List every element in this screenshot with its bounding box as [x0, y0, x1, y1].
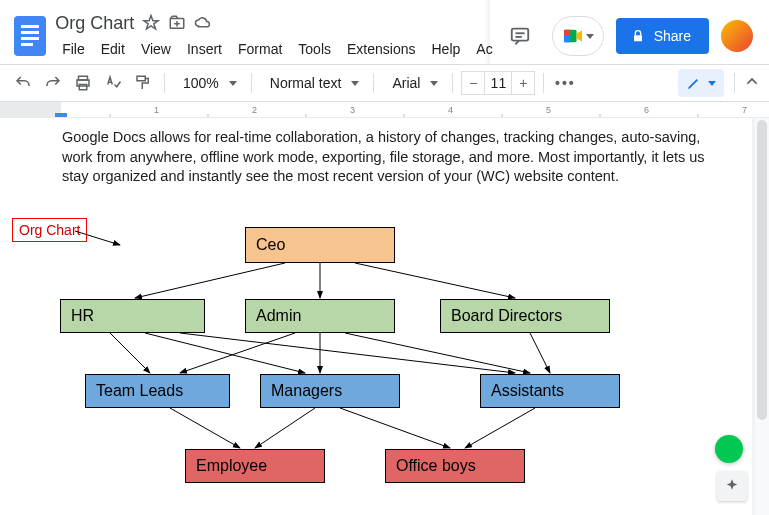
vertical-scrollbar[interactable] — [755, 118, 769, 515]
svg-line-45 — [255, 408, 315, 448]
node-hr[interactable]: HR — [60, 299, 205, 333]
undo-icon[interactable] — [10, 70, 36, 96]
font-size-stepper: − 11 + — [461, 71, 535, 95]
menu-insert[interactable]: Insert — [180, 39, 229, 59]
svg-rect-2 — [21, 31, 39, 34]
separator — [251, 73, 252, 93]
node-ceo[interactable]: Ceo — [245, 227, 395, 263]
svg-rect-0 — [14, 16, 46, 56]
svg-text:1: 1 — [154, 105, 159, 115]
caret-down-icon — [229, 81, 237, 86]
svg-text:3: 3 — [350, 105, 355, 115]
more-icon[interactable]: ••• — [552, 70, 578, 96]
svg-rect-6 — [511, 29, 528, 41]
svg-text:5: 5 — [546, 105, 551, 115]
node-managers[interactable]: Managers — [260, 374, 400, 408]
separator — [452, 73, 453, 93]
ruler[interactable]: 1234567 — [0, 102, 769, 118]
svg-rect-4 — [21, 43, 33, 46]
spellcheck-icon[interactable] — [100, 70, 126, 96]
font-size-decrease[interactable]: − — [462, 72, 484, 94]
svg-rect-12 — [634, 35, 642, 41]
menu-help[interactable]: Help — [425, 39, 468, 59]
svg-line-37 — [110, 333, 150, 373]
svg-line-34 — [135, 263, 285, 298]
redo-icon[interactable] — [40, 70, 66, 96]
node-board[interactable]: Board Directors — [440, 299, 610, 333]
menu-file[interactable]: File — [55, 39, 92, 59]
paint-format-icon[interactable] — [130, 70, 156, 96]
svg-line-40 — [180, 333, 295, 373]
svg-text:4: 4 — [448, 105, 453, 115]
lock-icon — [630, 28, 646, 44]
docs-logo[interactable] — [12, 16, 47, 56]
menu-view[interactable]: View — [134, 39, 178, 59]
menu-accessibility[interactable]: Ac — [469, 39, 499, 59]
zoom-select[interactable]: 100% — [173, 75, 243, 91]
svg-line-36 — [355, 263, 515, 298]
org-chart[interactable]: Ceo HR Admin Board Directors Team Leads … — [60, 213, 690, 515]
zoom-value: 100% — [179, 75, 223, 91]
svg-line-38 — [145, 333, 305, 373]
share-label: Share — [654, 28, 691, 44]
explore-button[interactable] — [717, 471, 747, 501]
document-canvas[interactable]: Google Docs allows for real-time collabo… — [0, 118, 769, 515]
font-size-increase[interactable]: + — [512, 72, 534, 94]
separator — [373, 73, 374, 93]
node-admin[interactable]: Admin — [245, 299, 395, 333]
node-office[interactable]: Office boys — [385, 449, 525, 483]
font-select[interactable]: Arial — [382, 75, 444, 91]
node-employee[interactable]: Employee — [185, 449, 325, 483]
move-icon[interactable] — [168, 14, 186, 32]
svg-text:2: 2 — [252, 105, 257, 115]
svg-line-42 — [345, 333, 530, 373]
separator — [164, 73, 165, 93]
svg-line-33 — [75, 231, 120, 245]
svg-rect-1 — [21, 25, 39, 28]
style-select[interactable]: Normal text — [260, 75, 366, 91]
svg-rect-16 — [137, 76, 145, 81]
avatar[interactable] — [721, 20, 753, 52]
svg-line-43 — [530, 333, 550, 373]
separator — [543, 73, 544, 93]
body-paragraph[interactable]: Google Docs allows for real-time collabo… — [0, 118, 740, 187]
menu-extensions[interactable]: Extensions — [340, 39, 422, 59]
star-icon[interactable] — [142, 14, 160, 32]
svg-text:7: 7 — [742, 105, 747, 115]
share-button[interactable]: Share — [616, 18, 709, 54]
font-value: Arial — [388, 75, 424, 91]
meet-button[interactable] — [552, 16, 604, 56]
collapse-toolbar-icon[interactable] — [745, 75, 759, 92]
support-fab[interactable] — [715, 435, 743, 463]
caret-down-icon — [586, 34, 594, 39]
svg-line-46 — [340, 408, 450, 448]
document-title[interactable]: Org Chart — [55, 13, 134, 34]
cloud-status-icon[interactable] — [194, 14, 212, 32]
menu-edit[interactable]: Edit — [94, 39, 132, 59]
svg-rect-3 — [21, 37, 39, 40]
svg-rect-17 — [0, 102, 61, 118]
node-assistants[interactable]: Assistants — [480, 374, 620, 408]
separator — [734, 73, 735, 93]
page[interactable]: Google Docs allows for real-time collabo… — [0, 118, 752, 515]
svg-rect-11 — [564, 36, 570, 42]
svg-line-47 — [465, 408, 535, 448]
menu-tools[interactable]: Tools — [291, 39, 338, 59]
svg-rect-10 — [564, 30, 570, 36]
menu-format[interactable]: Format — [231, 39, 289, 59]
pencil-icon — [686, 75, 702, 91]
caret-down-icon — [430, 81, 438, 86]
scrollbar-thumb[interactable] — [757, 120, 767, 420]
print-icon[interactable] — [70, 70, 96, 96]
font-size-value[interactable]: 11 — [484, 72, 512, 94]
svg-line-44 — [170, 408, 240, 448]
svg-line-39 — [180, 333, 515, 373]
menu-bar: File Edit View Insert Format Tools Exten… — [55, 37, 499, 61]
caret-down-icon — [351, 81, 359, 86]
node-leads[interactable]: Team Leads — [85, 374, 230, 408]
toolbar: 100% Normal text Arial − 11 + ••• — [0, 64, 769, 102]
editing-mode-button[interactable] — [678, 69, 724, 97]
comments-icon[interactable] — [500, 16, 540, 56]
caret-down-icon — [708, 81, 716, 86]
style-value: Normal text — [266, 75, 346, 91]
